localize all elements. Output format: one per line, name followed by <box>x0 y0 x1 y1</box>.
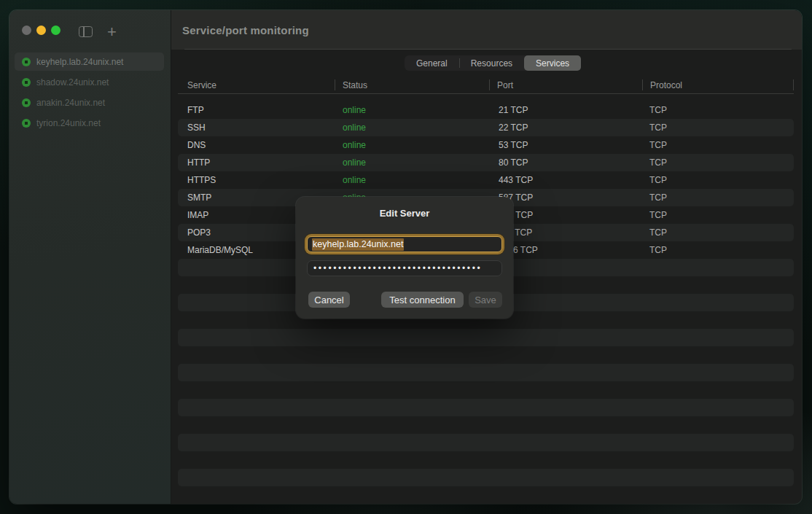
password-input[interactable]: •••••••••••••••••••••••••••••••••• <box>307 260 502 276</box>
services-table-header: ServiceStatusPortProtocol <box>178 77 794 94</box>
cancel-button[interactable]: Cancel <box>308 292 350 308</box>
page-title: Service/port monitoring <box>182 10 309 50</box>
password-masked-dots: •••••••••••••••••••••••••••••••••• <box>313 260 482 276</box>
host-input[interactable]: keyhelp.lab.24unix.net <box>307 236 502 252</box>
server-status-icon <box>22 58 31 66</box>
cell-protocol: TCP <box>642 192 794 203</box>
cell-service: FTP <box>178 105 335 115</box>
table-row-empty <box>178 399 794 416</box>
table-row-empty <box>178 329 794 346</box>
cell-protocol: TCP <box>642 175 794 185</box>
close-button[interactable] <box>22 26 31 35</box>
cell-protocol: TCP <box>642 245 794 255</box>
server-status-icon <box>22 78 31 87</box>
cell-port: 21 TCP <box>489 105 642 115</box>
server-list: keyhelp.lab.24unix.netshadow.24unix.neta… <box>15 52 164 134</box>
cell-service: SSH <box>178 122 335 133</box>
tab-services[interactable]: Services <box>524 55 581 71</box>
traffic-lights <box>22 26 60 35</box>
column-header-port[interactable]: Port <box>489 77 642 93</box>
column-header-service[interactable]: Service <box>178 77 335 93</box>
test-connection-button[interactable]: Test connection <box>381 292 464 308</box>
edit-server-dialog: Edit Server keyhelp.lab.24unix.net •••••… <box>296 197 513 319</box>
sidebar-item-server[interactable]: tyrion.24unix.net <box>15 114 164 132</box>
cell-protocol: TCP <box>642 122 794 133</box>
table-row-empty <box>178 434 794 451</box>
titlebar: Service/port monitoring <box>171 10 802 50</box>
table-row-empty <box>178 364 794 381</box>
server-name-label: anakin.24unix.net <box>36 98 105 108</box>
tab-general[interactable]: General <box>405 55 459 71</box>
cell-port: 80 TCP <box>489 157 642 168</box>
column-header-protocol[interactable]: Protocol <box>642 77 794 93</box>
sidebar-item-server[interactable]: keyhelp.lab.24unix.net <box>15 52 164 71</box>
table-row[interactable]: DNSonline53 TCPTCP <box>178 136 794 154</box>
table-row-empty <box>178 486 794 504</box>
host-input-selected-text: keyhelp.lab.24unix.net <box>312 238 404 251</box>
table-row[interactable]: SSHonline22 TCPTCP <box>178 119 794 136</box>
desktop-wallpaper: + keyhelp.lab.24unix.netshadow.24unix.ne… <box>0 0 812 514</box>
cell-protocol: TCP <box>642 105 794 115</box>
cell-service: HTTPS <box>178 175 335 185</box>
cell-status: online <box>335 122 489 133</box>
cell-status: online <box>335 175 489 185</box>
titlebar-separator <box>184 49 792 50</box>
server-name-label: keyhelp.lab.24unix.net <box>36 57 123 67</box>
cell-protocol: TCP <box>642 157 794 168</box>
table-row[interactable]: FTPonline21 TCPTCP <box>178 101 794 119</box>
sidebar-item-server[interactable]: anakin.24unix.net <box>15 93 164 112</box>
server-name-label: tyrion.24unix.net <box>36 118 101 128</box>
sidebar: + keyhelp.lab.24unix.netshadow.24unix.ne… <box>9 10 171 504</box>
cell-protocol: TCP <box>642 210 794 220</box>
table-row[interactable]: HTTPSonline443 TCPTCP <box>178 171 794 189</box>
cell-port: 443 TCP <box>489 175 642 185</box>
cell-service: DNS <box>178 140 335 150</box>
column-header-status[interactable]: Status <box>335 77 489 93</box>
tab-resources[interactable]: Resources <box>459 55 524 71</box>
cell-status: online <box>335 105 489 115</box>
cell-status: online <box>335 140 489 150</box>
server-status-icon <box>22 98 31 107</box>
save-button[interactable]: Save <box>469 292 502 308</box>
zoom-button[interactable] <box>51 26 60 35</box>
toggle-sidebar-icon[interactable] <box>79 26 93 37</box>
server-name-label: shadow.24unix.net <box>36 77 109 87</box>
table-row-empty <box>178 451 794 469</box>
cell-protocol: TCP <box>642 140 794 150</box>
tab-segmented-control: GeneralResourcesServices <box>405 55 581 71</box>
table-row-empty <box>178 346 794 364</box>
add-server-icon[interactable]: + <box>107 26 117 37</box>
table-row-empty <box>178 469 794 486</box>
cell-service: HTTP <box>178 157 335 168</box>
cell-port: 53 TCP <box>489 140 642 150</box>
cell-port: 22 TCP <box>489 122 642 133</box>
table-row-empty <box>178 381 794 399</box>
cell-protocol: TCP <box>642 227 794 238</box>
table-row-empty <box>178 416 794 434</box>
cell-status: online <box>335 157 489 168</box>
server-status-icon <box>22 119 31 128</box>
minimize-button[interactable] <box>36 26 46 35</box>
sidebar-item-server[interactable]: shadow.24unix.net <box>15 73 164 91</box>
table-row[interactable]: HTTPonline80 TCPTCP <box>178 154 794 171</box>
dialog-title: Edit Server <box>296 208 513 219</box>
